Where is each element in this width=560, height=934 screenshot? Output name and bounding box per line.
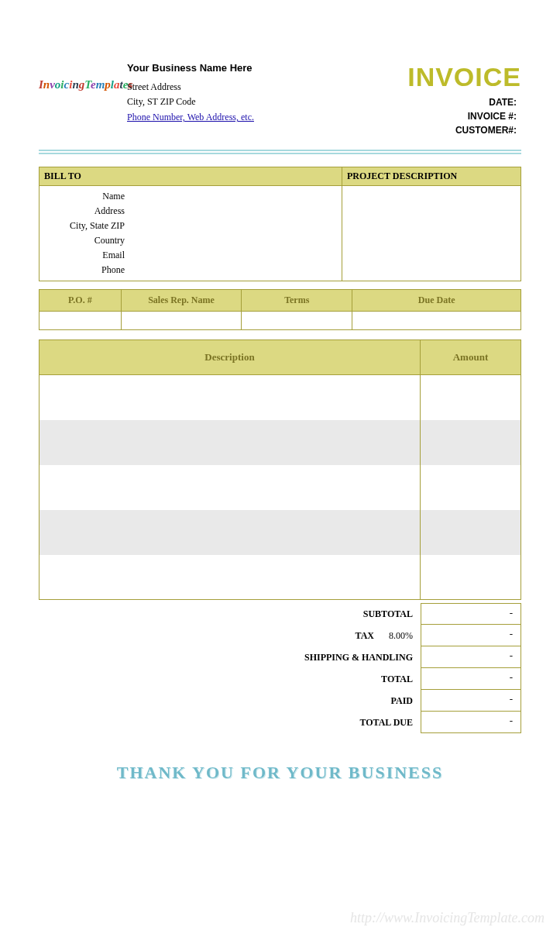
po-table: P.O. # Sales Rep. Name Terms Due Date	[39, 289, 521, 330]
tax-label: TAX	[356, 630, 374, 641]
tax-rate: 8.00%	[374, 630, 421, 642]
billto-name: Name	[40, 189, 125, 204]
invoice-title: INVOICE	[407, 62, 521, 92]
customer-no-label: CUSTOMER#:	[455, 125, 517, 136]
tax-value: -	[421, 625, 521, 646]
invoice-meta: INVOICE DATE: INVOICE #: CUSTOMER#:	[407, 62, 521, 139]
shipping-value: -	[421, 646, 521, 668]
total-value: -	[421, 668, 521, 690]
total-due-value: -	[421, 712, 521, 733]
description-header: Description	[40, 340, 421, 375]
billto-city: City, State ZIP	[40, 219, 125, 233]
item-amount-cell[interactable]	[421, 420, 521, 465]
subtotal-value: -	[421, 603, 521, 625]
billto-header: BILL TO	[40, 167, 342, 186]
subtotal-label: SUBTOTAL	[39, 608, 421, 620]
item-desc-cell[interactable]	[40, 510, 421, 555]
billto-phone: Phone	[40, 263, 125, 277]
billto-email: Email	[40, 248, 125, 263]
billto-country: Country	[40, 233, 125, 248]
terms-header: Terms	[242, 290, 352, 312]
po-no-header: P.O. #	[40, 290, 122, 312]
totals-section: SUBTOTAL - TAX 8.00% - SHIPPING & HANDLI…	[39, 603, 521, 733]
header: InvoicingTemplates Your Business Name He…	[39, 62, 521, 139]
item-desc-cell[interactable]	[40, 375, 421, 420]
business-info: Your Business Name Here Street Address C…	[124, 62, 407, 123]
due-date-cell[interactable]	[352, 312, 521, 330]
date-label: DATE:	[489, 97, 517, 108]
project-header: PROJECT DESCRIPTION	[342, 167, 520, 186]
paid-value: -	[421, 690, 521, 712]
thankyou-message: THANK YOU FOR YOUR BUSINESS	[39, 763, 521, 783]
terms-cell[interactable]	[242, 312, 352, 330]
sales-rep-cell[interactable]	[121, 312, 242, 330]
invoice-no-label: INVOICE #:	[468, 111, 517, 122]
shipping-label: SHIPPING & HANDLING	[39, 652, 421, 663]
total-due-label: TOTAL DUE	[39, 717, 421, 729]
paid-label: PAID	[39, 695, 421, 707]
po-no-cell[interactable]	[40, 312, 122, 330]
item-desc-cell[interactable]	[40, 555, 421, 600]
due-date-header: Due Date	[352, 290, 521, 312]
business-name: Your Business Name Here	[127, 62, 407, 74]
business-street: Street Address	[127, 81, 407, 93]
total-label: TOTAL	[39, 674, 421, 685]
item-amount-cell[interactable]	[421, 375, 521, 420]
billto-section: BILL TO Name Address City, State ZIP Cou…	[39, 167, 521, 281]
item-amount-cell[interactable]	[421, 555, 521, 600]
amount-header: Amount	[421, 340, 521, 375]
logo: InvoicingTemplates	[39, 62, 124, 91]
business-contact-link[interactable]: Phone Number, Web Address, etc.	[127, 112, 254, 122]
item-amount-cell[interactable]	[421, 465, 521, 510]
items-table: Description Amount	[39, 339, 521, 600]
item-desc-cell[interactable]	[40, 420, 421, 465]
billto-address: Address	[40, 204, 125, 219]
sales-rep-header: Sales Rep. Name	[121, 290, 242, 312]
item-desc-cell[interactable]	[40, 465, 421, 510]
divider	[39, 150, 521, 154]
item-amount-cell[interactable]	[421, 510, 521, 555]
business-city: City, ST ZIP Code	[127, 96, 407, 108]
watermark: http://www.InvoicingTemplate.com	[350, 910, 545, 926]
